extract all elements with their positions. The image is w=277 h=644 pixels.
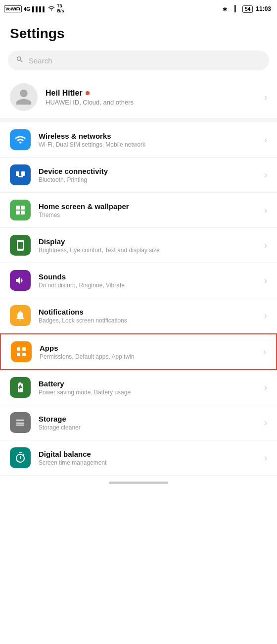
- device-connectivity-title: Device connectivity: [39, 167, 256, 175]
- avatar: [10, 83, 38, 111]
- search-icon: [16, 55, 24, 65]
- profile-section[interactable]: Heil Hitler HUAWEI ID, Cloud, and others…: [0, 76, 277, 118]
- vibrate-icon: ▕▏: [231, 5, 239, 12]
- battery-subtitle: Power saving mode, Battery usage: [39, 389, 256, 396]
- profile-subtitle: HUAWEI ID, Cloud, and others: [46, 99, 256, 106]
- apps-title: Apps: [40, 344, 255, 352]
- svg-rect-8: [22, 347, 26, 351]
- home-screen-chevron: ›: [264, 205, 267, 215]
- profile-name: Heil Hitler: [46, 89, 256, 98]
- sounds-text: SoundsDo not disturb, Ringtone, Vibrate: [39, 272, 256, 289]
- display-text: DisplayBrightness, Eye comfort, Text and…: [39, 237, 256, 254]
- svg-rect-7: [17, 347, 20, 351]
- svg-rect-6: [21, 211, 25, 215]
- device-connectivity-icon: [10, 164, 31, 185]
- wireless-title: Wireless & networks: [39, 132, 256, 140]
- storage-title: Storage: [39, 415, 256, 423]
- wifi-icon: [48, 5, 55, 13]
- sounds-icon: [10, 270, 31, 291]
- apps-chevron: ›: [263, 347, 266, 357]
- sounds-chevron: ›: [264, 275, 267, 286]
- home-screen-subtitle: Themes: [39, 212, 256, 218]
- settings-item-wireless[interactable]: Wireless & networksWi-Fi, Dual SIM setti…: [0, 122, 277, 158]
- wireless-subtitle: Wi-Fi, Dual SIM settings, Mobile network: [39, 141, 256, 148]
- display-title: Display: [39, 237, 256, 246]
- online-indicator: [86, 91, 90, 95]
- search-bar[interactable]: Search: [8, 51, 269, 70]
- battery-chevron: ›: [264, 382, 267, 393]
- home-screen-text: Home screen & wallpaperThemes: [39, 202, 256, 218]
- svg-rect-4: [21, 206, 25, 210]
- home-screen-icon: [10, 200, 31, 220]
- sounds-subtitle: Do not disturb, Ringtone, Vibrate: [39, 282, 256, 289]
- profile-info: Heil Hitler HUAWEI ID, Cloud, and others: [46, 89, 256, 106]
- svg-rect-9: [17, 353, 20, 356]
- vowifi-label: VoWiFi: [4, 5, 22, 12]
- notifications-chevron: ›: [264, 311, 267, 321]
- svg-rect-3: [16, 206, 20, 210]
- signal-bars: ▌▌▌▌: [32, 6, 46, 12]
- sounds-title: Sounds: [39, 272, 256, 281]
- settings-item-storage[interactable]: StorageStorage cleaner›: [0, 405, 277, 440]
- settings-item-home-screen[interactable]: Home screen & wallpaperThemes›: [0, 193, 277, 228]
- digital-balance-chevron: ›: [264, 453, 267, 463]
- digital-balance-title: Digital balance: [39, 450, 256, 458]
- wireless-chevron: ›: [264, 135, 267, 145]
- settings-item-display[interactable]: DisplayBrightness, Eye comfort, Text and…: [0, 228, 277, 263]
- profile-chevron: ›: [264, 92, 267, 103]
- svg-rect-1: [21, 171, 25, 176]
- device-connectivity-text: Device connectivityBluetooth, Printing: [39, 167, 256, 183]
- settings-item-digital-balance[interactable]: Digital balanceScreen time management›: [0, 440, 277, 476]
- digital-balance-text: Digital balanceScreen time management: [39, 450, 256, 466]
- battery-icon: [10, 377, 31, 398]
- apps-subtitle: Permissions, Default apps, App twin: [40, 353, 255, 360]
- home-pill: [109, 482, 168, 484]
- notifications-subtitle: Badges, Lock screen notifications: [39, 317, 256, 324]
- time-display: 11:03: [256, 5, 271, 12]
- settings-header: Settings: [0, 18, 277, 47]
- display-icon: [10, 235, 31, 256]
- settings-item-sounds[interactable]: SoundsDo not disturb, Ringtone, Vibrate›: [0, 263, 277, 298]
- signal-4g: 4G: [24, 6, 30, 12]
- notifications-icon: [10, 305, 31, 326]
- svg-rect-5: [16, 211, 20, 215]
- home-screen-title: Home screen & wallpaper: [39, 202, 256, 211]
- wireless-icon: [10, 129, 31, 150]
- wireless-text: Wireless & networksWi-Fi, Dual SIM setti…: [39, 132, 256, 148]
- storage-subtitle: Storage cleaner: [39, 424, 256, 431]
- digital-balance-icon: [10, 447, 31, 468]
- svg-rect-0: [16, 171, 19, 176]
- storage-icon: [10, 412, 31, 433]
- status-bar: VoWiFi 4G ▌▌▌▌ 73B/s ∗ ▕▏ 54 11:03: [0, 0, 277, 18]
- settings-list: Wireless & networksWi-Fi, Dual SIM setti…: [0, 122, 277, 476]
- search-placeholder: Search: [29, 56, 52, 65]
- svg-rect-10: [22, 353, 26, 356]
- display-chevron: ›: [264, 240, 267, 251]
- storage-chevron: ›: [264, 418, 267, 428]
- digital-balance-subtitle: Screen time management: [39, 459, 256, 466]
- status-left: VoWiFi 4G ▌▌▌▌ 73B/s: [4, 4, 64, 14]
- page-title: Settings: [10, 26, 267, 42]
- device-connectivity-chevron: ›: [264, 170, 267, 180]
- home-bar: [0, 476, 277, 492]
- settings-item-apps[interactable]: AppsPermissions, Default apps, App twin›: [0, 333, 277, 370]
- section-divider: [0, 118, 277, 122]
- notifications-title: Notifications: [39, 308, 256, 316]
- battery-indicator: 54: [242, 5, 253, 13]
- notifications-text: NotificationsBadges, Lock screen notific…: [39, 308, 256, 324]
- status-right: ∗ ▕▏ 54 11:03: [222, 5, 271, 13]
- battery-text: BatteryPower saving mode, Battery usage: [39, 379, 256, 396]
- bluetooth-icon: ∗: [222, 5, 228, 13]
- settings-item-battery[interactable]: BatteryPower saving mode, Battery usage›: [0, 370, 277, 405]
- apps-text: AppsPermissions, Default apps, App twin: [40, 344, 255, 360]
- speed-label: 73B/s: [57, 4, 64, 14]
- settings-item-notifications[interactable]: NotificationsBadges, Lock screen notific…: [0, 298, 277, 333]
- storage-text: StorageStorage cleaner: [39, 415, 256, 431]
- settings-item-device-connectivity[interactable]: Device connectivityBluetooth, Printing›: [0, 158, 277, 193]
- display-subtitle: Brightness, Eye comfort, Text and displa…: [39, 247, 256, 254]
- device-connectivity-subtitle: Bluetooth, Printing: [39, 176, 256, 183]
- apps-icon: [11, 341, 32, 362]
- battery-title: Battery: [39, 379, 256, 388]
